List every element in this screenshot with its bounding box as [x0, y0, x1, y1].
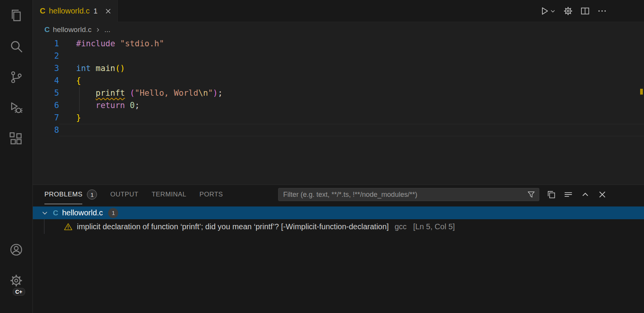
gear-icon[interactable]	[563, 6, 573, 16]
panel-header: PROBLEMS1OUTPUTTERMINALPORTS	[33, 185, 644, 204]
menu-lines-icon[interactable]	[563, 189, 573, 200]
line-number: 5	[33, 87, 59, 99]
panel-tab-label: OUTPUT	[110, 185, 138, 204]
account-icon	[9, 242, 24, 257]
code-line-4[interactable]: 4{	[33, 74, 644, 87]
chevron-right-icon	[95, 27, 101, 33]
collapse-all-icon[interactable]	[546, 189, 556, 200]
line-content: }	[59, 112, 644, 124]
filter-input[interactable]	[283, 191, 527, 199]
vscode-window: C+ C helloworld.c 1	[0, 0, 644, 313]
breadcrumbs: C helloworld.c ...	[33, 22, 644, 37]
run-button[interactable]	[539, 6, 556, 16]
tab-problem-count: 1	[93, 7, 98, 15]
run-and-debug-button[interactable]	[0, 93, 33, 124]
panel-tab-terminal[interactable]: TERMINAL	[151, 185, 186, 204]
activity-bar-top	[0, 0, 32, 154]
bottom-panel: PROBLEMS1OUTPUTTERMINALPORTS C helloworl…	[33, 184, 644, 313]
files-icon	[9, 8, 24, 23]
line-number: 3	[33, 62, 59, 74]
line-content: {	[59, 74, 644, 87]
search-button[interactable]	[0, 31, 33, 62]
tree-indent-guide	[44, 219, 44, 234]
source-control-icon	[9, 70, 24, 85]
warning-icon	[64, 222, 73, 231]
editor-tab-bar: C helloworld.c 1	[33, 0, 644, 22]
c-file-icon: C	[40, 7, 45, 15]
extensions-button[interactable]	[0, 124, 33, 154]
line-content: #include "stdio.h"	[59, 37, 644, 50]
activity-bar: C+	[0, 0, 33, 313]
code-line-3[interactable]: 3int main()	[33, 62, 644, 74]
panel-tab-output[interactable]: OUTPUT	[110, 185, 138, 204]
search-icon	[9, 39, 24, 54]
tab-label: helloworld.c	[49, 7, 90, 15]
line-content: prinft ("Hello, World\n");	[59, 87, 644, 99]
line-content	[59, 124, 644, 136]
maximize-panel-icon[interactable]	[580, 189, 590, 200]
indent-guide	[79, 87, 80, 112]
panel-actions	[546, 189, 607, 200]
problems-file-group[interactable]: C helloworld.c 1	[33, 206, 644, 219]
panel-tab-label: PROBLEMS	[44, 185, 82, 204]
code-line-2[interactable]: 2	[33, 50, 644, 62]
gear-icon	[9, 273, 24, 288]
problems-filter[interactable]	[278, 188, 539, 201]
explorer-button[interactable]	[0, 0, 33, 31]
code-line-5[interactable]: 5 prinft ("Hello, World\n");	[33, 87, 644, 99]
run-debug-icon	[9, 101, 24, 115]
code-line-8[interactable]: 8	[33, 124, 644, 136]
split-editor-icon[interactable]	[580, 6, 590, 16]
problem-source: gcc	[394, 222, 406, 231]
activity-bar-bottom: C+	[0, 234, 32, 313]
code-line-6[interactable]: 6 return 0;	[33, 99, 644, 112]
problem-location: [Ln 5, Col 5]	[413, 222, 455, 231]
filter-icon[interactable]	[527, 190, 536, 199]
more-actions-icon[interactable]	[597, 6, 607, 16]
problem-item[interactable]: implicit declaration of function ‘prinft…	[33, 219, 644, 234]
accounts-button[interactable]	[0, 234, 33, 265]
panel-tab-ports[interactable]: PORTS	[199, 185, 223, 204]
source-control-button[interactable]	[0, 62, 33, 93]
close-tab-icon[interactable]	[104, 7, 112, 15]
problems-list: C helloworld.c 1 implicit declaration of…	[33, 206, 644, 313]
file-problem-count: 1	[108, 208, 118, 218]
panel-tab-label: TERMINAL	[151, 185, 186, 204]
editor-actions	[539, 0, 607, 22]
line-number: 6	[33, 99, 59, 112]
breadcrumb-file[interactable]: helloworld.c	[53, 25, 92, 34]
profile-badge: C+	[13, 288, 25, 296]
overview-ruler[interactable]	[639, 37, 644, 184]
chevron-down-icon[interactable]	[41, 209, 49, 217]
line-number: 2	[33, 50, 59, 62]
problems-count-badge: 1	[87, 189, 97, 200]
line-content: int main()	[59, 62, 644, 74]
editor-area: C helloworld.c 1 C helloworld.c ...	[33, 0, 644, 313]
line-number: 1	[33, 37, 59, 50]
file-name: helloworld.c	[62, 208, 103, 217]
close-panel-icon[interactable]	[597, 189, 607, 200]
extensions-icon	[9, 132, 24, 146]
warning-overview-mark	[640, 89, 643, 95]
panel-tab-label: PORTS	[199, 185, 223, 204]
line-content	[59, 50, 644, 62]
chevron-down-icon[interactable]	[549, 8, 556, 15]
line-number: 8	[33, 124, 59, 136]
code-line-1[interactable]: 1#include "stdio.h"	[33, 37, 644, 50]
play-icon	[539, 6, 550, 16]
code-lines: 1#include "stdio.h"23int main()4{5 prinf…	[33, 37, 644, 136]
tab-helloworld[interactable]: C helloworld.c 1	[33, 0, 118, 22]
problem-message: implicit declaration of function ‘prinft…	[77, 222, 389, 231]
code-line-7[interactable]: 7}	[33, 112, 644, 124]
c-file-icon: C	[44, 25, 50, 34]
line-number: 4	[33, 74, 59, 87]
panel-tabs: PROBLEMS1OUTPUTTERMINALPORTS	[44, 185, 223, 204]
line-content: return 0;	[59, 99, 644, 112]
c-file-icon: C	[53, 209, 58, 217]
panel-tab-problems[interactable]: PROBLEMS1	[44, 185, 97, 204]
breadcrumb-symbol[interactable]: ...	[104, 25, 110, 34]
line-number: 7	[33, 112, 59, 124]
manage-button[interactable]: C+	[0, 265, 33, 296]
code-editor[interactable]: 1#include "stdio.h"23int main()4{5 prinf…	[33, 37, 644, 184]
